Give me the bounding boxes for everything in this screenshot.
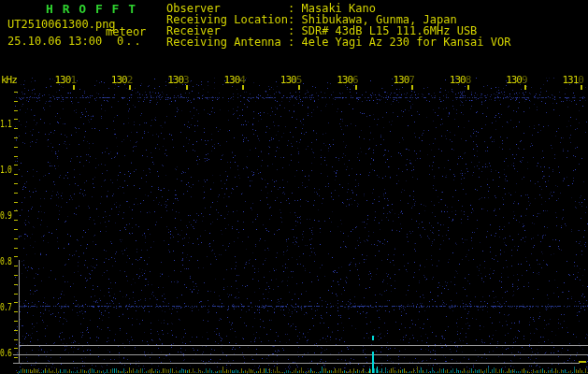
freq-tick-label: 1.1 xyxy=(0,119,17,129)
freq-tick-label: 1.0 xyxy=(0,165,17,175)
counter-label: 0.. xyxy=(117,36,143,47)
time-tick-label: 1308 xyxy=(438,74,470,86)
receiver-info-row: Receiving Antenna : 4ele Yagi Az 230 for… xyxy=(166,36,510,48)
spectrogram-canvas xyxy=(0,0,588,374)
freq-tick-label: 0.7 xyxy=(0,302,17,312)
time-tick-label: 1302 xyxy=(100,74,132,86)
hrofft-screen: H R O F F T UT2510061300.png meteor 25.1… xyxy=(0,0,588,374)
time-tick-label: 1310 xyxy=(552,74,583,86)
receiver-info: Observer : Masaki KanoReceiving Location… xyxy=(166,3,510,48)
app-title: H R O F F T xyxy=(46,3,136,15)
time-tick-label: 1303 xyxy=(157,74,189,86)
time-tick-label: 1309 xyxy=(495,74,527,86)
time-tick-label: 1304 xyxy=(213,74,245,86)
datetime-label: 25.10.06 13:00 xyxy=(7,36,102,47)
freq-axis-unit: kHz xyxy=(1,75,17,85)
freq-tick-label: 0.9 xyxy=(0,210,17,221)
time-tick-label: 1301 xyxy=(44,74,76,86)
filename-label: UT2510061300.png xyxy=(7,19,116,30)
time-tick-label: 1307 xyxy=(382,74,414,86)
freq-tick-label: 0.8 xyxy=(0,256,17,266)
time-tick-label: 1305 xyxy=(269,74,301,86)
time-tick-label: 1306 xyxy=(326,74,358,86)
freq-tick-label: 0.6 xyxy=(0,348,17,358)
